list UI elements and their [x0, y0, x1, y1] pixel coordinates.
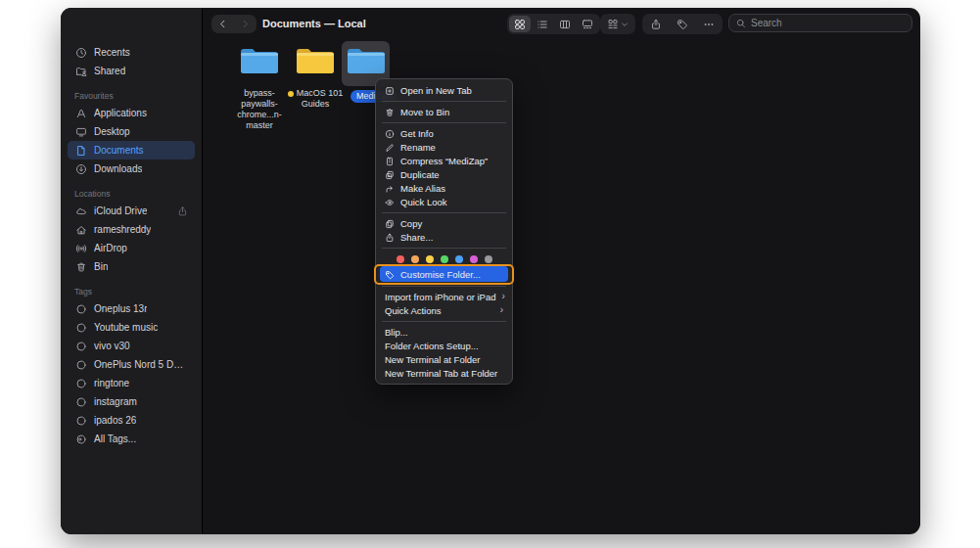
menu-item-get-info[interactable]: Get Info	[376, 126, 512, 140]
menu-item-rename[interactable]: Rename	[376, 140, 512, 154]
tag-color-dot[interactable]	[470, 255, 478, 263]
submenu-chevron-icon: ›	[500, 305, 503, 315]
sidebar-item-label: Downloads	[94, 163, 142, 174]
tag-color-dot[interactable]	[441, 255, 448, 263]
menu-item-customise-folder[interactable]: Customise Folder...	[380, 266, 508, 282]
copy-icon	[385, 218, 395, 228]
sidebar-item-youtube-music[interactable]: Youtube music	[68, 318, 195, 337]
menu-item-make-alias[interactable]: Make Alias	[376, 181, 512, 195]
sidebar-item-bin[interactable]: Bin	[68, 257, 195, 276]
sidebar-item-vivo-v30[interactable]: vivo v30	[68, 337, 195, 355]
toolbar-tools	[642, 14, 723, 34]
sidebar-section-label-favourites: Favourites	[74, 91, 188, 101]
menu-divider	[382, 212, 506, 213]
sidebar-item-icloud-drive[interactable]: iCloud Drive	[68, 202, 195, 220]
menu-divider	[382, 122, 506, 123]
menu-item-folder-actions-setup[interactable]: Folder Actions Setup...	[376, 339, 512, 352]
group-by-button[interactable]	[600, 14, 635, 34]
menu-item-share[interactable]: Share...	[376, 230, 512, 244]
sidebar-item-instagram[interactable]: instagram	[68, 392, 195, 411]
sidebar-item-rameshreddy[interactable]: rameshreddy	[68, 220, 195, 239]
forward-button[interactable]	[240, 19, 251, 29]
sidebar-item-label: Youtube music	[94, 322, 158, 333]
duplicate-icon	[385, 169, 395, 179]
menu-divider	[382, 101, 506, 102]
search-input[interactable]: Search	[728, 14, 912, 32]
window-title: Documents — Local	[262, 18, 366, 29]
menu-divider	[382, 321, 506, 322]
menu-item-move-to-bin[interactable]: Move to Bin	[376, 105, 512, 118]
sidebar-item-label: AirDrop	[94, 243, 127, 253]
file-label[interactable]: MacOS 101Guides	[282, 88, 349, 110]
sidebar-item-label: All Tags...	[94, 434, 136, 444]
tag-button[interactable]	[677, 19, 688, 30]
menu-item-compress-medizap[interactable]: Compress “MediZap”	[376, 154, 512, 167]
sidebar-item-ipados-26[interactable]: ipados 26	[68, 411, 195, 430]
sidebar-item-label: ipados 26	[94, 415, 136, 426]
sidebar-item-label: Shared	[94, 66, 125, 76]
context-menu: Open in New TabMove to BinGet InfoRename…	[375, 78, 513, 385]
column-view-button[interactable]	[554, 16, 576, 32]
all-tags-icon	[74, 433, 87, 445]
more-options-button[interactable]	[703, 19, 715, 30]
menu-item-quick-look[interactable]: Quick Look	[376, 195, 512, 208]
back-button[interactable]	[217, 19, 228, 29]
menu-item-new-terminal-tab-at-folder[interactable]: New Terminal Tab at Folder	[376, 366, 512, 380]
folder-icon[interactable]	[240, 46, 279, 75]
tag-color-dot[interactable]	[397, 255, 404, 263]
sidebar-item-documents[interactable]: Documents	[68, 141, 195, 160]
gallery-view-button[interactable]	[577, 16, 598, 32]
shared-folder-icon	[74, 65, 87, 77]
sidebar-item-recents[interactable]: Recents	[68, 43, 195, 62]
sidebar-item-downloads[interactable]: Downloads	[68, 160, 195, 178]
share-icon	[177, 206, 188, 216]
compress-icon	[385, 156, 395, 165]
grid-view-button[interactable]	[509, 16, 531, 32]
sidebar-item-airdrop[interactable]: AirDrop	[68, 239, 195, 257]
sidebar-section-label-locations: Locations	[74, 189, 188, 199]
sidebar-item-all-tags[interactable]: All Tags...	[68, 430, 195, 448]
sidebar-item-oneplus-nord-5-day-light[interactable]: OnePlus Nord 5 Day light	[68, 355, 195, 374]
menu-item-label: Folder Actions Setup...	[385, 341, 479, 351]
tag-color-dot[interactable]	[455, 255, 463, 263]
menu-item-label: Quick Look	[400, 197, 447, 207]
menu-item-quick-actions[interactable]: Quick Actions›	[376, 303, 512, 317]
menu-item-import-from-iphone-or-ipad[interactable]: Import from iPhone or iPad›	[376, 290, 512, 303]
sidebar: RecentsSharedFavouritesApplicationsDeskt…	[61, 8, 203, 534]
search-placeholder: Search	[751, 18, 782, 28]
chevron-down-icon	[621, 21, 629, 28]
sidebar-item-oneplus-13r[interactable]: Oneplus 13r	[68, 299, 195, 318]
menu-item-new-terminal-at-folder[interactable]: New Terminal at Folder	[376, 352, 512, 366]
menu-item-open-in-new-tab[interactable]: Open in New Tab	[376, 83, 512, 97]
view-switcher	[507, 14, 600, 34]
list-view-button[interactable]	[532, 16, 553, 32]
sidebar-item-label: rameshreddy	[94, 224, 151, 235]
tag-color-dot[interactable]	[411, 255, 419, 263]
menu-item-copy[interactable]: Copy	[376, 216, 512, 230]
menu-item-duplicate[interactable]: Duplicate	[376, 167, 512, 181]
files-area: bypass-paywalls-chrome...n-masterMacOS 1…	[204, 37, 920, 534]
menu-item-label: Quick Actions	[385, 305, 442, 316]
menu-item-label: Make Alias	[400, 183, 445, 194]
share-button[interactable]	[650, 19, 662, 30]
content-area: Documents — Local Search bypass-paywalls…	[204, 8, 920, 534]
sidebar-item-label: Applications	[94, 108, 147, 118]
sidebar-item-shared[interactable]: Shared	[68, 62, 195, 80]
folder-icon[interactable]	[296, 46, 335, 75]
sidebar-item-desktop[interactable]: Desktop	[68, 122, 195, 141]
new-tab-icon	[385, 85, 395, 95]
tag-color-dot[interactable]	[485, 255, 492, 263]
sidebar-item-ringtone[interactable]: ringtone	[68, 374, 195, 392]
folder-icon[interactable]	[347, 46, 386, 75]
menu-item-label: Customise Folder...	[400, 269, 481, 280]
menu-item-label: Share...	[400, 232, 433, 243]
menu-item-blip[interactable]: Blip...	[376, 325, 512, 339]
tag-circle-icon	[74, 340, 87, 352]
tag-color-dot[interactable]	[426, 255, 434, 263]
sidebar-item-label: ringtone	[94, 378, 129, 388]
menu-item-label: New Terminal Tab at Folder	[385, 368, 497, 379]
menu-item-label: New Terminal at Folder	[385, 354, 481, 365]
sidebar-item-applications[interactable]: Applications	[68, 104, 195, 122]
menu-item-label: Open in New Tab	[400, 85, 472, 96]
applications-icon	[74, 107, 87, 119]
